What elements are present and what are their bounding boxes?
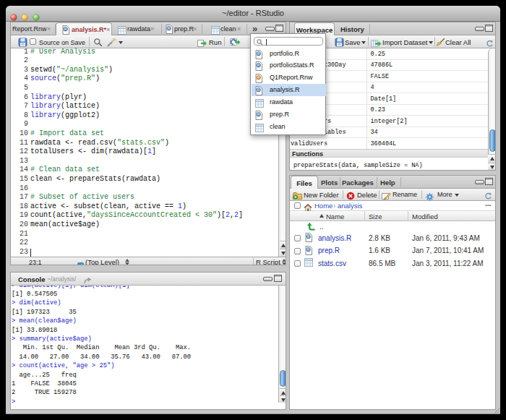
svg-text:R: R xyxy=(64,27,67,31)
svg-text:R: R xyxy=(168,26,171,30)
svg-text:R: R xyxy=(257,51,260,56)
svg-text:R: R xyxy=(257,87,260,92)
svg-text:R: R xyxy=(307,234,310,239)
svg-text:R: R xyxy=(257,63,260,67)
svg-text:R: R xyxy=(257,112,260,116)
svg-text:R: R xyxy=(307,247,310,252)
svg-text:R: R xyxy=(257,75,260,80)
